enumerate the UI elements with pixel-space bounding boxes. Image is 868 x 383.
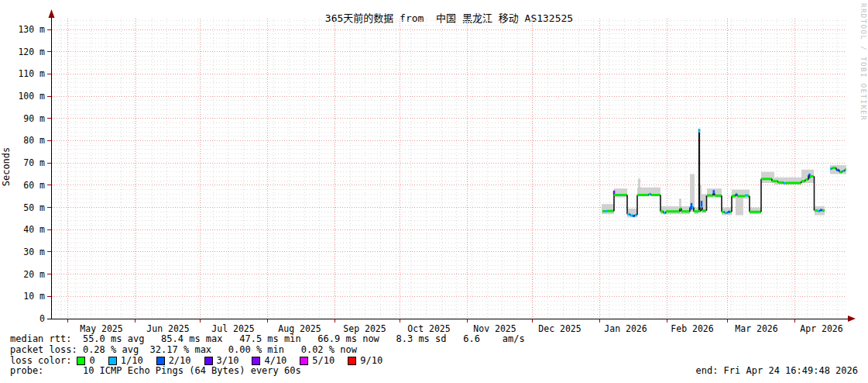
graph-footer-stats: median rtt: 55.0 ms avg 85.4 ms max 47.5… — [10, 334, 858, 377]
svg-text:60 m: 60 m — [23, 180, 45, 191]
end-timestamp: end: Fri Apr 24 16:49:48 2026 — [695, 366, 858, 377]
smokeping-latency-graph: 365天前的数据 from 中国 黑龙江 移动 AS132525 Seconds… — [0, 0, 868, 383]
probe-info: probe: 10 ICMP Echo Pings (64 Bytes) eve… — [10, 366, 301, 377]
loss-color-label: 5/10 — [312, 356, 335, 367]
loss-color-swatch — [77, 357, 85, 365]
svg-text:Mar 2026: Mar 2026 — [735, 323, 777, 334]
svg-text:Feb 2026: Feb 2026 — [671, 323, 713, 334]
svg-text:Jan 2026: Jan 2026 — [604, 323, 647, 334]
median-rtt-stats: median rtt: 55.0 ms avg 85.4 ms max 47.5… — [10, 334, 858, 345]
svg-text:70 m: 70 m — [23, 157, 45, 168]
loss-color-swatch — [300, 357, 308, 365]
loss-color-label: 2/10 — [169, 356, 191, 367]
svg-text:20 m: 20 m — [23, 269, 45, 280]
svg-text:120 m: 120 m — [18, 47, 45, 57]
svg-text:Aug 2025: Aug 2025 — [278, 323, 321, 334]
loss-color-label: 9/10 — [360, 356, 383, 367]
loss-legend-item: 0 — [77, 356, 94, 367]
loss-legend-item: 9/10 — [348, 356, 383, 367]
svg-text:May 2025: May 2025 — [80, 323, 122, 334]
svg-text:30 m: 30 m — [23, 247, 45, 257]
loss-color-swatch — [252, 357, 260, 365]
svg-text:Nov 2025: Nov 2025 — [473, 323, 516, 334]
loss-legend-item: 4/10 — [252, 356, 286, 367]
loss-legend-item: 1/10 — [108, 356, 143, 367]
svg-text:50 m: 50 m — [23, 202, 45, 213]
loss-legend-items: 01/102/103/104/105/109/10 — [77, 356, 396, 367]
svg-text:10 m: 10 m — [23, 291, 45, 302]
loss-legend-item: 2/10 — [156, 356, 191, 367]
loss-color-label: 3/10 — [217, 356, 239, 367]
svg-text:Jul 2025: Jul 2025 — [211, 323, 254, 334]
packet-loss-stats: packet loss: 0.28 % avg 32.17 % max 0.00… — [10, 345, 858, 356]
loss-color-swatch — [204, 357, 213, 365]
loss-legend-label: loss color: — [10, 356, 71, 367]
loss-legend-item: 3/10 — [204, 356, 239, 367]
svg-text:80 m: 80 m — [23, 135, 45, 146]
loss-legend-item: 5/10 — [300, 356, 335, 367]
svg-text:100 m: 100 m — [18, 91, 45, 102]
loss-color-swatch — [108, 357, 117, 365]
svg-text:0: 0 — [39, 313, 45, 324]
svg-text:40 m: 40 m — [23, 224, 45, 235]
svg-text:Oct 2025: Oct 2025 — [407, 323, 450, 334]
loss-color-legend: loss color: 01/102/103/104/105/109/10 — [10, 356, 858, 367]
loss-color-swatch — [348, 357, 356, 365]
loss-color-label: 4/10 — [264, 356, 286, 367]
svg-text:Apr 2026: Apr 2026 — [800, 323, 842, 334]
loss-color-swatch — [156, 357, 165, 365]
svg-text:130 m: 130 m — [18, 24, 45, 35]
probe-row: probe: 10 ICMP Echo Pings (64 Bytes) eve… — [10, 366, 858, 377]
svg-text:90 m: 90 m — [23, 113, 45, 124]
svg-text:Sep 2025: Sep 2025 — [343, 323, 386, 334]
chart-canvas: 010 m20 m30 m40 m50 m60 m70 m80 m90 m100… — [0, 0, 868, 383]
loss-color-label: 0 — [89, 356, 94, 367]
loss-color-label: 1/10 — [121, 356, 143, 367]
svg-text:110 m: 110 m — [18, 68, 45, 79]
svg-text:Dec 2025: Dec 2025 — [538, 323, 581, 334]
svg-text:Jun 2025: Jun 2025 — [146, 323, 189, 334]
